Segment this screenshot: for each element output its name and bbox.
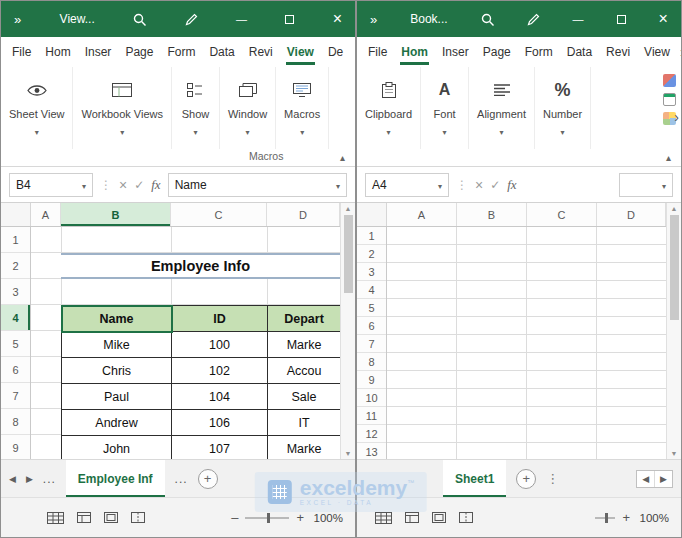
tab-developer[interactable]: De (321, 37, 350, 67)
scroll-up-icon[interactable] (345, 205, 352, 212)
conditional-formatting-icon[interactable] (663, 74, 676, 87)
tab-review[interactable]: Revi (599, 37, 637, 67)
close-button[interactable] (333, 10, 342, 28)
ribbon-group-show[interactable]: Show (172, 67, 220, 149)
row-header-5[interactable]: 5 (357, 299, 386, 317)
cell[interactable]: Sale (268, 384, 340, 410)
zoom-slider-thumb[interactable] (267, 513, 270, 523)
ink-pen-icon[interactable] (527, 13, 540, 26)
insert-function-button[interactable]: fx (151, 177, 160, 193)
row-header-9[interactable]: 9 (357, 371, 386, 389)
col-header-d[interactable]: D (267, 203, 340, 226)
cancel-icon[interactable] (119, 177, 127, 193)
name-box[interactable]: A4 (365, 173, 449, 197)
page-layout-view-icon[interactable] (432, 512, 446, 523)
zoom-in-icon[interactable] (296, 510, 304, 525)
ribbon-group-clipboard[interactable]: Clipboard (357, 67, 421, 149)
ribbon-group-sheet-view[interactable]: Sheet View (1, 67, 73, 149)
cell[interactable]: Chris (62, 358, 172, 384)
zoom-level[interactable]: 100% (637, 512, 669, 524)
add-sheet-button[interactable] (516, 469, 536, 489)
row-header-4-selected[interactable]: 4 (1, 305, 30, 331)
cell-b4-name-selected[interactable]: Name (62, 306, 172, 332)
titlebar-overflow-icon[interactable] (14, 12, 21, 27)
scroll-thumb[interactable] (344, 215, 353, 293)
row-header-9[interactable]: 9 (1, 435, 30, 461)
tab-view[interactable]: View (637, 37, 677, 67)
employee-info-title-cell[interactable]: Employee Info (61, 253, 340, 279)
cell[interactable]: 107 (172, 436, 268, 459)
cell[interactable]: IT (268, 410, 340, 436)
formula-expand-icon[interactable] (336, 178, 340, 192)
ribbon-group-workbook-views[interactable]: Workbook Views (73, 67, 172, 149)
sheet-tab-sheet1[interactable]: Sheet1 (443, 460, 506, 497)
page-layout-view-icon[interactable] (104, 512, 118, 523)
zoom-slider-thumb[interactable] (605, 513, 608, 523)
normal-view-icon[interactable] (77, 512, 91, 523)
cell-c4-id[interactable]: ID (172, 306, 268, 332)
page-break-view-icon[interactable] (459, 512, 473, 523)
tab-data[interactable]: Data (560, 37, 599, 67)
cancel-icon[interactable] (475, 177, 483, 193)
search-icon[interactable] (481, 13, 494, 26)
select-all-corner[interactable] (357, 203, 387, 226)
scroll-tabs-right-icon[interactable] (655, 471, 672, 487)
cell[interactable]: Marke (268, 436, 340, 459)
row-header-2[interactable]: 2 (357, 245, 386, 263)
vertical-scrollbar[interactable] (666, 203, 681, 459)
page-break-view-icon[interactable] (131, 512, 145, 523)
scroll-down-icon[interactable] (671, 450, 678, 457)
ribbon-group-font[interactable]: A Font (421, 67, 469, 149)
col-header-a[interactable]: A (387, 203, 457, 226)
cell-d4-department[interactable]: Depart (268, 306, 340, 332)
tab-formulas[interactable]: Form (160, 37, 202, 67)
cell[interactable]: 106 (172, 410, 268, 436)
sheet-nav-left-icon[interactable] (9, 474, 16, 484)
hidden-sheets-left[interactable]: ... (43, 472, 56, 486)
col-header-c[interactable]: C (527, 203, 597, 226)
row-header-7[interactable]: 7 (1, 383, 30, 409)
tab-home[interactable]: Hom (38, 37, 77, 67)
formula-input[interactable] (619, 173, 673, 197)
search-icon[interactable] (133, 13, 146, 26)
select-all-corner[interactable] (1, 203, 31, 226)
col-header-b-selected[interactable]: B (61, 203, 171, 226)
minimize-button[interactable] (236, 13, 247, 25)
vertical-scrollbar[interactable] (340, 203, 355, 459)
row-header-3[interactable]: 3 (1, 279, 30, 305)
more-dots-icon[interactable] (546, 471, 559, 486)
titlebar-overflow-icon[interactable] (370, 12, 377, 27)
tab-home-active[interactable]: Hom (394, 37, 435, 67)
tab-view-active[interactable]: View (280, 37, 321, 67)
row-header-2[interactable]: 2 (1, 253, 30, 279)
enter-icon[interactable] (134, 178, 144, 192)
col-header-d[interactable]: D (597, 203, 666, 226)
maximize-button[interactable] (285, 15, 294, 24)
tab-insert[interactable]: Inser (78, 37, 119, 67)
col-header-a[interactable]: A (31, 203, 61, 226)
ribbon-group-alignment[interactable]: Alignment (469, 67, 535, 149)
insert-function-button[interactable]: fx (507, 177, 516, 193)
ribbon-group-number[interactable]: % Number (535, 67, 591, 149)
row-header-6[interactable]: 6 (357, 317, 386, 335)
cell[interactable]: John (62, 436, 172, 459)
row-header-11[interactable]: 11 (357, 407, 386, 425)
tab-review[interactable]: Revi (242, 37, 280, 67)
row-header-1[interactable]: 1 (357, 227, 386, 245)
tab-formulas[interactable]: Form (518, 37, 560, 67)
cell[interactable]: Marke (268, 332, 340, 358)
tab-insert[interactable]: Inser (435, 37, 476, 67)
normal-view-icon[interactable] (405, 512, 419, 523)
row-header-5[interactable]: 5 (1, 331, 30, 357)
tab-page-layout[interactable]: Page (118, 37, 160, 67)
cell[interactable]: Andrew (62, 410, 172, 436)
tab-file[interactable]: File (361, 37, 394, 67)
tab-file[interactable]: File (5, 37, 38, 67)
zoom-slider[interactable] (595, 517, 615, 519)
scroll-tabs-left-icon[interactable] (637, 471, 655, 487)
scroll-thumb[interactable] (670, 215, 679, 320)
row-header-1[interactable]: 1 (1, 227, 30, 253)
name-box[interactable]: B4 (9, 173, 93, 197)
enter-icon[interactable] (490, 178, 500, 192)
row-header-12[interactable]: 12 (357, 425, 386, 443)
